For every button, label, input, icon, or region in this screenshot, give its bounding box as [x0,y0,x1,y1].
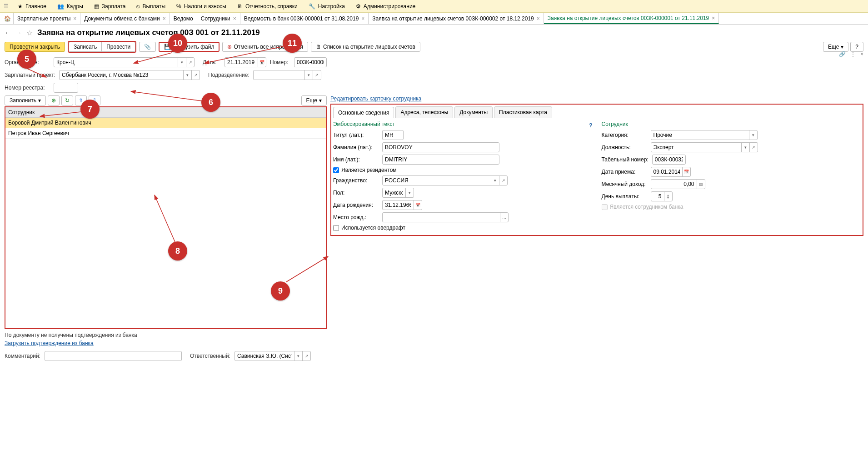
income-input[interactable]: ▤ [651,179,705,189]
label-responsible: Ответственный: [190,353,231,359]
tabnum-input[interactable] [652,155,686,165]
add-row-button[interactable]: ⊕ [48,95,60,105]
close-icon[interactable]: × [73,15,76,22]
status-text: По документу не получены подтверждения и… [5,332,863,338]
tab-6-active[interactable]: Заявка на открытие лицевых счетов 00ЗК-0… [544,13,719,24]
link-icon[interactable]: 🔗 [839,51,846,57]
write-button[interactable]: Записать [69,42,102,52]
help-icon[interactable]: ? [589,122,592,129]
table-row[interactable]: Петров Иван Сергеевич [5,128,326,139]
payday-input[interactable]: ▲▼ [651,191,673,201]
name-lat-input[interactable] [382,155,499,165]
tab-2[interactable]: Ведомо [170,13,197,24]
menu-salary[interactable]: ▦Зарплата [89,0,131,12]
callout-11: 11 [283,34,302,53]
comment-input[interactable] [45,351,182,361]
label-comment: Комментарий: [5,353,41,359]
label-proj: Зарплатный проект: [5,72,55,78]
sex-input[interactable]: ▾ [382,188,414,198]
label-subdiv: Подразделение: [208,72,249,78]
close-icon[interactable]: × [361,15,364,22]
post-button[interactable]: Провести [101,42,135,52]
callout-8: 8 [168,241,187,261]
label-num: Номер: [270,59,290,65]
overdraft-checkbox[interactable] [333,225,339,231]
fill-button[interactable]: Заполнить ▾ [5,95,46,105]
callout-7: 7 [80,100,100,119]
label-reg: Номер реестра: [5,85,50,91]
project-input[interactable]: ▾↗ [59,70,200,80]
emboss-heading: Эмбоссированный текст [333,121,395,127]
menu-settings[interactable]: 🔧Настройка [303,0,350,12]
subdiv-input[interactable]: ▾↗ [253,70,321,80]
menu-admin[interactable]: ⚙Администрирование [350,0,421,12]
tab-4[interactable]: Ведомость в банк 00ЗК-000001 от 31.08.20… [240,13,369,24]
callout-6: 6 [201,93,220,112]
birthplace-input[interactable]: … [382,212,509,222]
tab-card[interactable]: Пластиковая карта [494,106,552,118]
employee-detail-panel: Основные сведения Адреса, телефоны Докум… [330,104,863,236]
hire-input[interactable]: 📅 [651,167,691,177]
tab-1[interactable]: Документы обмена с банками× [80,13,170,24]
birth-input[interactable]: 📅 [382,200,422,210]
more-button[interactable]: Еще ▾ [823,42,848,52]
favorite-star[interactable]: ☆ [26,29,33,37]
category-input[interactable]: ▾ [651,130,758,140]
tab-documents[interactable]: Документы [454,106,493,118]
edit-card-link[interactable]: Редактировать карточку сотрудника [330,95,421,102]
date-input[interactable]: 📅 [224,57,266,67]
post-close-button[interactable]: Провести и закрыть [5,42,65,52]
page-title: Заявка на открытие лицевых счетов 00З 00… [37,28,260,37]
tab-0[interactable]: Зарплатные проекты× [14,13,80,24]
home-tab[interactable]: 🏠 [2,13,14,24]
reg-input[interactable] [54,83,78,93]
list-open-button[interactable]: 🗎Список на открытие лицевых счетов [311,42,420,52]
kebab-icon[interactable]: ⋮ [850,51,856,57]
resident-checkbox[interactable] [333,167,339,173]
surname-lat-input[interactable] [382,142,499,152]
load-confirm-link[interactable]: Загрузить подтверждение из банка [5,340,94,346]
bank-emp-checkbox [602,204,608,210]
menu-main[interactable]: ★Главное [12,0,52,12]
responsible-input[interactable]: ▾↗ [234,351,311,361]
hamburger-icon[interactable]: ☰ [4,3,9,10]
help-button[interactable]: ? [850,42,863,52]
close-icon[interactable]: × [163,15,166,22]
tab-address[interactable]: Адреса, телефоны [395,106,453,118]
menu-staff[interactable]: 👥Кадры [52,0,89,12]
org-input[interactable]: ▾↗ [54,57,195,67]
back-arrow[interactable]: ← [5,29,11,36]
table-row[interactable]: Боровой Дмитрий Валентинович [5,118,326,128]
main-menu-bar: ☰ ★Главное 👥Кадры ▦Зарплата ⎋Выплаты %На… [0,0,868,13]
menu-reports[interactable]: 🗎Отчетность, справки [232,0,303,12]
col-header-employee: Сотрудник [5,107,326,118]
menu-taxes[interactable]: %Налоги и взносы [171,0,232,12]
employee-heading: Сотрудник [602,121,861,127]
tab-5[interactable]: Заявка на открытие лицевых счетов 00ЗК-0… [369,13,544,24]
callout-5: 5 [17,50,36,69]
label-date: Дата: [203,59,221,65]
close-icon[interactable]: × [860,51,863,57]
citizenship-input[interactable]: ▾↗ [382,175,508,185]
refresh-button[interactable]: ↻ [61,95,73,105]
tab-3[interactable]: Сотрудники× [197,13,240,24]
close-icon[interactable]: × [537,15,540,22]
num-input[interactable] [294,57,327,67]
document-tab-bar: 🏠 Зарплатные проекты× Документы обмена с… [0,13,868,25]
callout-9: 9 [271,281,290,301]
tab-main-info[interactable]: Основные сведения [333,107,394,118]
more2-button[interactable]: Еще ▾ [301,95,327,105]
attach-button[interactable]: 📎 [139,42,156,52]
position-input[interactable]: ▾↗ [651,142,758,152]
close-icon[interactable]: × [712,15,715,21]
title-lat-input[interactable] [382,130,404,140]
menu-payments[interactable]: ⎋Выплаты [131,0,171,12]
callout-10: 10 [168,34,187,53]
close-icon[interactable]: × [233,15,236,22]
document-toolbar: Провести и закрыть Записать Провести 📎 💾… [5,41,863,53]
fwd-arrow[interactable]: → [15,29,22,36]
